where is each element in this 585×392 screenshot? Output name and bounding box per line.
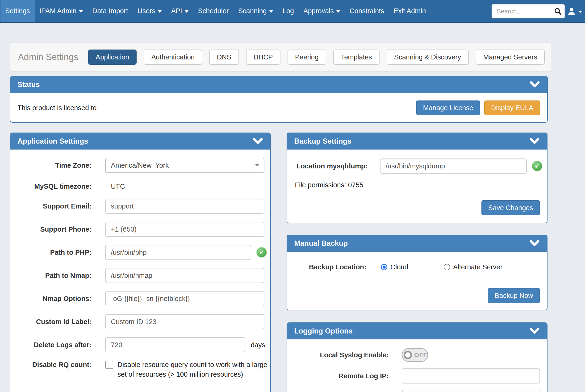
tab-dns[interactable]: DNS [209,50,239,65]
toggle-state-label: OFF [414,352,427,359]
custom-id-label: Custom Id Label: [10,318,92,326]
top-navbar: Settings IPAM Admin Data Import Users AP… [0,0,585,23]
page-title: Admin Settings [18,52,78,62]
time-zone-select[interactable]: America/New_York [105,158,264,173]
application-settings-panel: Application Settings Time Zone: America/… [10,132,271,392]
path-nmap-input[interactable] [105,268,264,283]
path-nmap-label: Path to Nmap: [10,272,92,280]
panel-title: Application Settings [18,137,88,146]
logging-options-header: Logging Options [287,323,547,340]
nav-item-scanning[interactable]: Scanning [234,0,278,22]
nav-label: Settings [5,7,30,15]
nav-label: Log [282,7,294,15]
nav-label: Users [138,7,156,15]
valid-check-icon: ✔ [256,247,267,258]
nav-item-exit-admin[interactable]: Exit Admin [389,0,431,22]
mysql-timezone-value: UTC [111,182,125,190]
logging-options-panel: Logging Options Local Syslog Enable: OFF… [286,322,548,392]
remote-log-ip-input[interactable] [402,368,540,384]
caret-down-icon [158,10,162,13]
nav-item-ipam-admin[interactable]: IPAM Admin [35,0,88,22]
backup-location-alternate-label: Alternate Server [453,263,503,271]
nav-item-scheduler[interactable]: Scheduler [193,0,234,22]
caret-down-icon [578,10,582,13]
user-icon [567,6,576,16]
caret-down-icon [185,10,188,13]
path-php-label: Path to PHP: [10,248,92,256]
panel-title: Backup Settings [294,137,352,146]
custom-id-input[interactable] [105,314,264,329]
search-button[interactable] [551,4,564,18]
status-panel-header: Status [10,76,547,93]
panel-title: Manual Backup [294,239,348,248]
backup-settings-panel: Backup Settings Location mysqldump: ✔ Fi… [286,132,548,223]
disable-rq-description: Disable resource query count to work wit… [118,360,270,379]
nav-item-approvals[interactable]: Approvals [299,0,345,22]
tab-scanning-discovery[interactable]: Scanning & Discovery [386,50,469,65]
tab-dhcp[interactable]: DHCP [246,50,280,65]
local-syslog-label: Local Syslog Enable: [287,351,389,359]
nav-item-constraints[interactable]: Constraints [345,0,389,22]
backup-location-alternate-radio[interactable] [444,264,450,270]
tab-application[interactable]: Application [88,50,137,65]
nav-label: Data Import [92,7,128,15]
tab-peering[interactable]: Peering [288,50,326,65]
delete-logs-input[interactable] [105,337,245,352]
support-phone-label: Support Phone: [10,226,92,233]
nav-label: Approvals [303,7,334,15]
search-input[interactable] [492,8,551,15]
cutoff-input[interactable] [402,390,540,392]
time-zone-label: Time Zone: [10,162,92,169]
display-eula-button[interactable]: Display EULA [484,100,540,115]
panel-title: Logging Options [294,327,353,336]
backup-now-button[interactable]: Backup Now [488,288,540,303]
collapse-chevron-icon[interactable] [530,81,540,88]
manage-license-button[interactable]: Manage License [416,100,480,115]
manual-backup-header: Manual Backup [287,235,547,252]
location-mysqldump-input[interactable] [380,158,527,174]
local-syslog-toggle[interactable]: OFF [402,348,428,362]
collapse-chevron-icon[interactable] [253,138,263,144]
backup-location-cloud-label: Cloud [390,263,408,271]
panel-title: Status [18,80,40,89]
tab-managed-servers[interactable]: Managed Servers [476,50,545,65]
nav-label: Constraints [350,7,384,15]
nav-label: API [171,7,182,15]
nav-item-log[interactable]: Log [278,0,299,22]
toggle-knob [404,351,412,359]
admin-settings-toolbar: Admin Settings Application Authenticatio… [10,42,551,72]
backup-settings-header: Backup Settings [287,133,547,150]
support-phone-input[interactable] [105,222,264,237]
collapse-chevron-icon[interactable] [530,328,540,334]
nav-label: Scheduler [198,7,229,15]
application-settings-header: Application Settings [10,133,270,150]
nmap-options-label: Nmap Options: [10,295,92,302]
remote-log-ip-label: Remote Log IP: [287,372,389,380]
nav-item-users[interactable]: Users [133,0,166,22]
status-body: This product is licensed to Manage Licen… [10,93,547,123]
collapse-chevron-icon[interactable] [530,240,540,247]
tab-templates[interactable]: Templates [333,50,380,65]
search-icon [554,7,562,15]
nav-item-api[interactable]: API [166,0,193,22]
mysql-timezone-label: MySQL timezone: [10,182,92,190]
support-email-input[interactable] [105,198,264,214]
nav-label: Scanning [238,7,267,15]
nav-item-data-import[interactable]: Data Import [88,0,133,22]
user-menu-button[interactable] [567,0,582,23]
tab-authentication[interactable]: Authentication [144,50,202,65]
backup-location-label: Backup Location: [287,263,366,271]
support-email-label: Support Email: [10,202,92,210]
save-changes-button[interactable]: Save Changes [482,200,540,215]
disable-rq-checkbox[interactable] [105,361,113,369]
delete-logs-suffix: days [251,341,265,349]
nmap-options-input[interactable] [105,291,264,306]
nav-item-settings[interactable]: Settings [0,0,35,22]
status-panel: Status This product is licensed to Manag… [10,76,548,123]
status-buttons: Manage License Display EULA [416,100,540,115]
select-arrow-icon [255,164,259,167]
backup-location-cloud-radio[interactable] [381,264,387,270]
collapse-chevron-icon[interactable] [530,138,540,144]
path-php-input[interactable] [105,245,251,260]
search-group [492,4,564,18]
